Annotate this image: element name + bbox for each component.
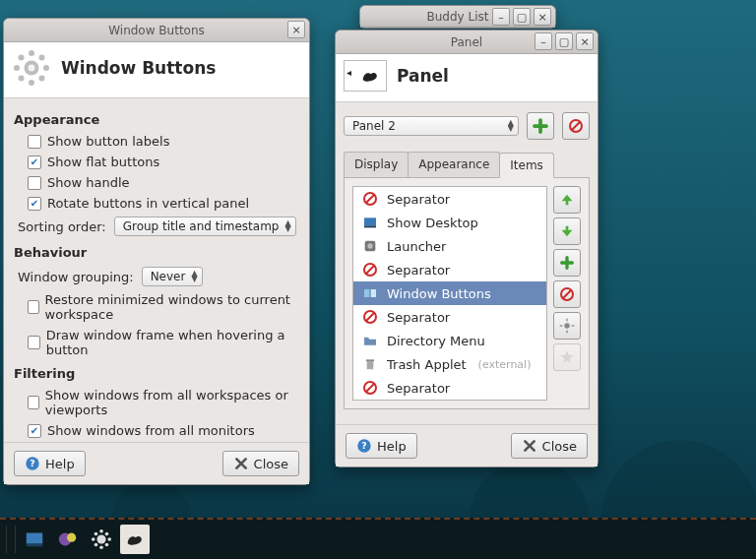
- show-flat-buttons-checkbox[interactable]: [28, 155, 41, 169]
- panel-titlebar[interactable]: Panel – ▢ ×: [336, 31, 598, 54]
- panel-item-row[interactable]: Separator: [353, 187, 546, 211]
- winbtn-icon: [361, 284, 379, 302]
- rotate-vertical-label: Rotate buttons in vertical panel: [47, 196, 249, 211]
- window-title: Window Buttons: [108, 24, 205, 37]
- bottom-panel[interactable]: [0, 518, 756, 559]
- close-button[interactable]: ×: [287, 21, 305, 38]
- show-handle-checkbox[interactable]: [28, 176, 41, 190]
- chevron-updown-icon: ▲▼: [508, 120, 514, 132]
- chevron-updown-icon: ▲▼: [284, 220, 290, 232]
- svg-point-47: [107, 537, 111, 541]
- buddy-titlebar[interactable]: Buddy List – ▢ ×: [360, 6, 555, 28]
- panel-selector-value: Panel 2: [352, 119, 396, 133]
- item-preferences-button[interactable]: [553, 312, 581, 340]
- svg-rect-33: [566, 319, 567, 322]
- close-dialog-button[interactable]: Close: [511, 433, 588, 459]
- panel-item-row[interactable]: Trash Applet(external): [353, 352, 546, 376]
- panel-header-icon: ◂: [344, 60, 387, 92]
- add-panel-button[interactable]: [527, 112, 554, 140]
- svg-point-32: [564, 323, 569, 328]
- help-button[interactable]: ? Help: [14, 451, 86, 476]
- rotate-vertical-checkbox[interactable]: [28, 197, 41, 211]
- external-tag: (external): [478, 358, 532, 371]
- show-button-labels-checkbox[interactable]: [28, 135, 41, 149]
- svg-point-44: [99, 529, 103, 533]
- remove-panel-button[interactable]: [562, 112, 590, 140]
- close-icon: [522, 438, 537, 454]
- show-flat-buttons-label: Show flat buttons: [47, 155, 159, 169]
- window-grouping-label: Window grouping:: [18, 270, 134, 284]
- launcher-pidgin[interactable]: [53, 525, 83, 554]
- header-title: Window Buttons: [61, 58, 216, 78]
- panel-item-row[interactable]: Separator: [353, 376, 546, 400]
- draw-frame-label: Draw window frame when hovering a button: [46, 328, 299, 357]
- svg-rect-34: [566, 331, 567, 334]
- panel-item-label: Separator: [387, 381, 450, 396]
- draw-frame-checkbox[interactable]: [28, 336, 40, 349]
- restore-minimized-checkbox[interactable]: [28, 300, 39, 314]
- filter-all-monitors-label: Show windows from all monitors: [47, 423, 255, 438]
- buddy-list-window: Buddy List – ▢ ×: [359, 5, 556, 29]
- window-title: Panel: [451, 35, 482, 49]
- close-label: Close: [254, 457, 288, 471]
- launcher-icon: [361, 237, 379, 255]
- sorting-order-select[interactable]: Group title and timestamp ▲▼: [114, 217, 296, 236]
- svg-rect-40: [27, 544, 43, 547]
- forbid-icon: [361, 261, 379, 279]
- show-desktop-button[interactable]: [20, 525, 49, 554]
- close-dialog-button[interactable]: Close: [222, 451, 299, 476]
- svg-point-49: [105, 532, 109, 536]
- header-title: Panel: [397, 66, 449, 86]
- gear-icon: [559, 318, 575, 334]
- plus-icon: [559, 255, 575, 271]
- panel-selector[interactable]: Panel 2 ▲▼: [344, 116, 519, 136]
- panel-separator: [6, 526, 16, 553]
- panel-item-label: Window Buttons: [387, 286, 491, 301]
- panel-item-row[interactable]: Separator: [353, 258, 546, 281]
- filtering-heading: Filtering: [14, 366, 299, 381]
- panel-items-list[interactable]: SeparatorShow DesktopLauncherSeparatorWi…: [352, 186, 547, 401]
- star-icon: [559, 349, 575, 365]
- svg-point-50: [94, 543, 98, 547]
- tab-appearance[interactable]: Appearance: [408, 152, 500, 177]
- window-buttons-titlebar[interactable]: Window Buttons ×: [4, 19, 309, 42]
- remove-item-button[interactable]: [553, 280, 581, 308]
- close-button[interactable]: ×: [576, 32, 594, 50]
- tab-items[interactable]: Items: [499, 153, 554, 178]
- maximize-button[interactable]: ▢: [555, 32, 573, 50]
- help-button[interactable]: ? Help: [346, 433, 417, 459]
- svg-rect-26: [367, 361, 374, 369]
- arrow-up-icon: [559, 192, 575, 208]
- panel-header: ◂ Panel: [336, 54, 598, 102]
- forbid-icon: [361, 379, 379, 397]
- panel-preferences-button[interactable]: [87, 525, 116, 554]
- svg-point-43: [96, 534, 105, 543]
- gear-icon: [12, 48, 51, 88]
- svg-text:?: ?: [361, 440, 366, 451]
- svg-point-3: [14, 65, 20, 71]
- panel-item-row[interactable]: Separator: [353, 305, 546, 329]
- window-grouping-select[interactable]: Never ▲▼: [142, 267, 203, 286]
- directory-menu-button[interactable]: [120, 525, 150, 554]
- filter-all-workspaces-checkbox[interactable]: [28, 396, 39, 409]
- forbid-icon: [361, 190, 379, 208]
- panel-item-row[interactable]: Launcher: [353, 234, 546, 258]
- panel-item-row[interactable]: Show Desktop: [353, 211, 546, 234]
- maximize-button[interactable]: ▢: [513, 8, 531, 26]
- close-button[interactable]: ×: [534, 8, 551, 26]
- panel-item-label: Launcher: [387, 239, 446, 254]
- minimize-button[interactable]: –: [535, 32, 552, 50]
- svg-line-29: [366, 384, 374, 392]
- tab-display[interactable]: Display: [344, 152, 409, 177]
- filter-all-monitors-checkbox[interactable]: [28, 424, 41, 438]
- move-down-button[interactable]: [553, 217, 581, 245]
- panel-item-label: Trash Applet: [387, 357, 467, 372]
- panel-item-row[interactable]: Window Buttons: [353, 281, 546, 305]
- panel-item-row[interactable]: Directory Menu: [353, 329, 546, 352]
- appearance-heading: Appearance: [14, 112, 299, 127]
- move-up-button[interactable]: [553, 186, 581, 214]
- add-item-button[interactable]: [553, 249, 581, 277]
- minimize-button[interactable]: –: [492, 8, 510, 26]
- item-about-button[interactable]: [553, 343, 581, 371]
- svg-rect-35: [560, 325, 563, 326]
